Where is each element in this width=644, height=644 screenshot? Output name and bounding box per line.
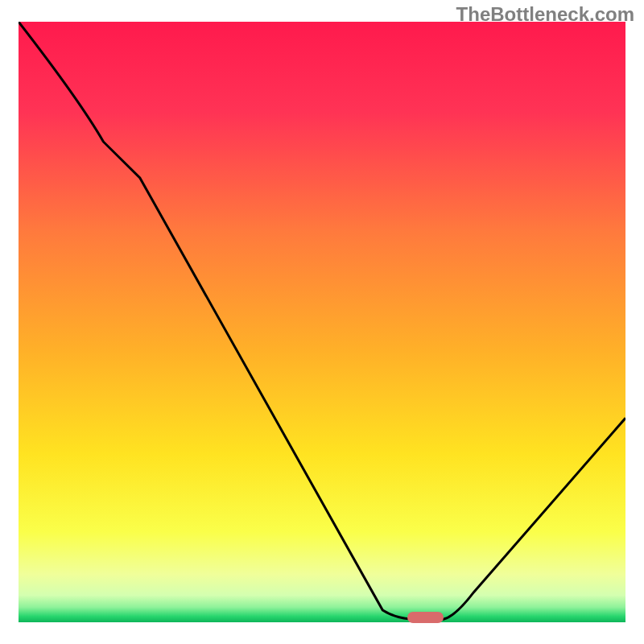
plot-area bbox=[19, 22, 625, 622]
optimal-marker bbox=[407, 612, 444, 623]
bottleneck-curve bbox=[19, 22, 625, 622]
chart-container: TheBottleneck.com bbox=[0, 0, 644, 644]
